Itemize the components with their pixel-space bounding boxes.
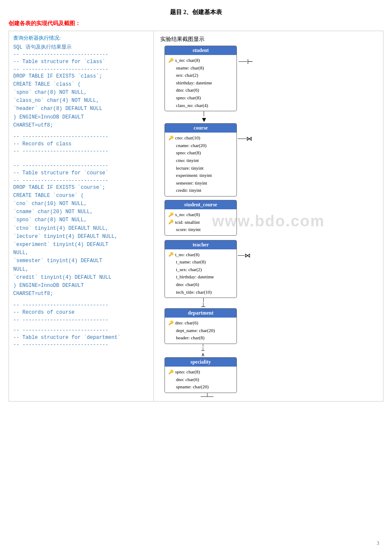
dept-row-deptname: dept_name: char(20): [168, 327, 233, 335]
sql-label: SQL 语句及执行结果显示: [13, 43, 149, 52]
sql-course-field2: `cname` char(20) NOT NULL,: [13, 208, 149, 216]
sql-course-create: CREATE TABLE `course` (: [13, 192, 149, 200]
divider-5: -- ----------------------------: [13, 163, 149, 169]
divider-7: -- ----------------------------: [13, 302, 149, 308]
sql-class-charset: CHARSET=utf8;: [13, 121, 149, 130]
db-table-teacher: teacher 🔑t_no: char(8) t_name: char(8) t…: [164, 240, 237, 298]
department-header: department: [165, 309, 236, 318]
student-row-classno: class_no: char(4): [168, 102, 233, 110]
divider-6: -- ----------------------------: [13, 178, 149, 184]
divider-9: -- ----------------------------: [13, 327, 149, 333]
right-panel-title: 实验结果截图显示: [160, 35, 377, 43]
student-row-spno: spno: char(8): [168, 94, 233, 102]
sql-course-field6b: NULL,: [13, 249, 149, 257]
main-container: 查询分析器执行情况: SQL 语句及执行结果显示 -- ------------…: [9, 31, 383, 402]
department-body: 🔑dno: char(6) dept_name: char(20) header…: [165, 318, 236, 344]
divider-1: -- ----------------------------: [13, 52, 149, 58]
speciality-body: 🔑spno: char(8) dno: char(6) spname: char…: [165, 367, 236, 393]
page-number: 3: [377, 540, 379, 546]
speciality-header: speciality: [165, 358, 236, 367]
course-row-credit: credit: tinyint: [168, 187, 233, 194]
student-row-sex: sex: char(2): [168, 72, 233, 79]
divider-8: -- ----------------------------: [13, 317, 149, 323]
sql-course-field1: `cno` char(10) NOT NULL,: [13, 200, 149, 208]
diagram-area: www.bdo.com student 🔑s_no: char(8) sname…: [160, 46, 377, 397]
divider-2: -- ----------------------------: [13, 66, 149, 72]
student-course-header: student_course: [165, 200, 236, 209]
sql-course-close: ) ENGINE=InnoDB DEFAULT: [13, 282, 149, 290]
sql-class-close: ) ENGINE=InnoDB DEFAULT: [13, 113, 149, 121]
sql-class-drop: DROP TABLE IF EXISTS `class`;: [13, 72, 149, 81]
sql-course-charset: CHARSET=utf8;: [13, 290, 149, 298]
sql-course-drop: DROP TABLE IF EXISTS `course`;: [13, 184, 149, 192]
teacher-row-tbirthday: t_birthday: datetime: [168, 273, 233, 281]
sql-course-field7b: NULL,: [13, 266, 149, 274]
divider-3: -- ----------------------------: [13, 134, 149, 140]
dept-row-header: header: char(8): [168, 334, 233, 342]
student-body: 🔑s_no: char(8) sname: char(8) sex: char(…: [165, 55, 236, 111]
divider-4: -- ----------------------------: [13, 148, 149, 154]
course-row-lecture: lecture: tinyint: [168, 165, 233, 172]
student-header: student: [165, 46, 236, 55]
course-row-ctno: ctno: tinyint: [168, 157, 233, 165]
spec-row-spname: spname: char(20): [168, 383, 233, 391]
comment-course-structure: -- Table structure for `course`: [13, 169, 149, 177]
spec-row-dno: dno: char(6): [168, 376, 233, 384]
sql-course-field3: `spno` char(8) NOT NULL,: [13, 216, 149, 224]
db-table-student-course: student_course 🔑s_no: char(8) 🔑tcid: sma…: [164, 200, 237, 236]
sql-course-field4: `ctno` tinyint(4) DEFAULT NULL,: [13, 225, 149, 233]
comment-records-class: -- Records of class: [13, 140, 149, 148]
comment-records-course: -- Records of course: [13, 308, 149, 317]
student-course-body: 🔑s_no: char(8) 🔑tcid: smallint score: ti…: [165, 209, 236, 235]
course-row-cname: cname: char(20): [168, 142, 233, 150]
sql-class-field2: `class_no` char(4) NOT NULL,: [13, 97, 149, 105]
teacher-row-tno: 🔑t_no: char(8): [168, 251, 233, 259]
course-row-experiment: experiment: tinyint: [168, 172, 233, 179]
teacher-header: teacher: [165, 240, 236, 249]
sc-row-score: score: tinyint: [168, 226, 233, 234]
course-body: 🔑cno: char(10) cname: char(20) spno: cha…: [165, 133, 236, 196]
db-table-department: department 🔑dno: char(6) dept_name: char…: [164, 308, 237, 344]
student-row-sno: 🔑s_no: char(8): [168, 57, 233, 64]
db-table-course: course 🔑cno: char(10) cname: char(20) sp…: [164, 123, 237, 197]
dept-row-dno: 🔑dno: char(6): [168, 319, 233, 327]
student-row-sname: sname: char(8): [168, 64, 233, 72]
left-panel: 查询分析器执行情况: SQL 语句及执行结果显示 -- ------------…: [9, 31, 154, 401]
comment-dept-structure: -- Table structure for `department`: [13, 333, 149, 342]
teacher-row-tsex: t_sex: char(2): [168, 266, 233, 274]
teacher-body: 🔑t_no: char(8) t_name: char(8) t_sex: ch…: [165, 249, 236, 298]
teacher-row-dno: dno: char(6): [168, 281, 233, 289]
student-row-sbirthday: sbirthday: datetime: [168, 79, 233, 87]
page-title: 题目 2、创建基本表: [9, 9, 383, 16]
divider-10: -- ----------------------------: [13, 342, 149, 348]
course-header: course: [165, 124, 236, 133]
sql-course-field5: `lecture` tinyint(4) DEFAULT NULL,: [13, 233, 149, 241]
course-row-semester: semester: tinyint: [168, 179, 233, 187]
query-title: 查询分析器执行情况:: [13, 35, 149, 42]
sql-class-create: CREATE TABLE `class` (: [13, 81, 149, 89]
sql-class-field1: `spno` char(8) NOT NULL,: [13, 89, 149, 97]
comment-class-structure: -- Table structure for `class`: [13, 58, 149, 66]
db-table-student: student 🔑s_no: char(8) sname: char(8) se…: [164, 46, 237, 111]
red-heading: 创建各表的实现代码及截图：: [9, 20, 383, 27]
sql-course-field6: `experiment` tinyint(4) DEFAULT: [13, 241, 149, 249]
student-row-dno: dno: char(6): [168, 87, 233, 94]
sc-row-tcid: 🔑tcid: smallint: [168, 219, 233, 226]
sql-course-field8: `credit` tinyint(4) DEFAULT NULL: [13, 274, 149, 282]
sql-class-field3: `header` char(8) DEFAULT NULL: [13, 105, 149, 113]
db-table-speciality: speciality 🔑spno: char(8) dno: char(6) s…: [164, 357, 237, 393]
course-row-spno: spno: char(8): [168, 149, 233, 157]
right-panel: 实验结果截图显示 www.bdo.com student 🔑s_no: char…: [154, 31, 383, 401]
spec-row-spno: 🔑spno: char(8): [168, 368, 233, 376]
course-row-cno: 🔑cno: char(10): [168, 134, 233, 142]
sc-row-sno: 🔑s_no: char(8): [168, 211, 233, 219]
sql-course-field7: `semester` tinyint(4) DEFAULT: [13, 257, 149, 265]
teacher-row-techtitle: tech_title: char(10): [168, 289, 233, 296]
teacher-row-tname: t_name: char(8): [168, 258, 233, 266]
